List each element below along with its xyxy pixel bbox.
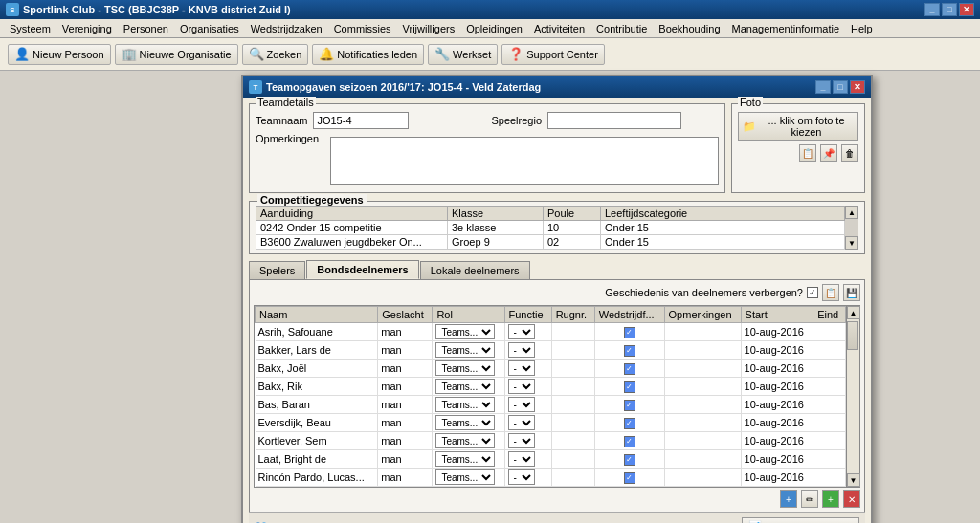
dialog-window: T Teamopgaven seizoen 2016/'17: JO15-4 -… [241,75,873,523]
foto-paste-btn[interactable]: 📌 [820,144,837,162]
minimize-btn[interactable]: _ [924,3,940,16]
functie-select[interactable]: - [508,360,535,376]
menu-help[interactable]: Help [845,21,879,36]
foto-legend: Foto [738,97,763,108]
dialog-minimize-btn[interactable]: _ [815,80,831,94]
notifications-icon: 🔔 [319,47,334,62]
dialog-close-btn[interactable]: ✕ [850,80,865,94]
foto-select-btn[interactable]: 📁 ... klik om foto te kiezen [738,112,858,141]
wedstrijd-checkbox[interactable] [624,472,635,484]
opmerkingen-textarea[interactable] [330,137,719,185]
members-icon2[interactable]: 💾 [843,284,860,301]
menu-personen[interactable]: Personen [118,21,174,36]
menu-vrijwilligers[interactable]: Vrijwilligers [397,21,461,36]
close-btn[interactable]: ✕ [959,3,974,16]
wedstrijd-checkbox[interactable] [624,454,635,466]
teamnaam-label: Teamnaam [256,115,307,126]
members-table: NaamGeslachtRolFunctieRugnr.Wedstrijdf..… [255,306,846,487]
rol-select[interactable]: Teams... [435,324,495,339]
support-button[interactable]: ❓ Support Center [501,44,605,65]
comp-scroll-down[interactable]: ▼ [845,236,858,250]
stats-button[interactable]: 📊 Spelersstatistieken [742,517,859,523]
comp-header-poule: Poule [544,207,601,221]
table-row: Bakx, RikmanTeams...-10-aug-2016 [256,378,846,396]
edit-row-btn[interactable]: ✏ [801,490,818,508]
foto-delete-btn[interactable]: 🗑 [841,144,858,162]
rol-select[interactable]: Teams... [435,451,495,467]
speelregio-input[interactable] [547,112,681,129]
werkset-label: Werkset [453,49,491,60]
tab-lokale-deelnemers[interactable]: Lokale deelnemers [420,261,530,279]
menu-organisaties[interactable]: Organisaties [174,21,245,36]
menu-vereniging[interactable]: Vereniging [56,21,118,36]
rol-select[interactable]: Teams... [435,379,495,394]
wedstrijd-checkbox[interactable] [624,418,635,429]
support-icon: ❓ [508,47,523,62]
dialog-title: Teamopgaven seizoen 2016/'17: JO15-4 - V… [266,81,541,93]
wedstrijd-checkbox[interactable] [624,381,635,393]
functie-select[interactable]: - [508,342,535,358]
wedstrijd-checkbox[interactable] [624,400,635,411]
functie-select[interactable]: - [508,433,535,448]
opmerkingen-row: Opmerkingen [256,133,719,185]
history-checkbox[interactable] [807,287,818,298]
functie-select[interactable]: - [508,324,535,339]
support-label: Support Center [526,49,598,60]
functie-select[interactable]: - [508,397,535,412]
wedstrijd-checkbox[interactable] [624,436,635,447]
rol-select[interactable]: Teams... [435,360,495,376]
rol-select[interactable]: Teams... [435,342,495,358]
teamnaam-input[interactable] [313,112,409,129]
menu-commissies[interactable]: Commissies [328,21,397,36]
scroll-down-btn[interactable]: ▼ [847,473,860,487]
dialog-maximize-btn[interactable]: □ [833,80,848,94]
functie-select[interactable]: - [508,379,535,394]
rol-select[interactable]: Teams... [435,469,495,485]
search-icon: 🔍 [249,47,264,62]
search-label: Zoeken [267,49,302,60]
new-org-button[interactable]: 🏢 Nieuwe Organisatie [115,44,238,65]
functie-select[interactable]: - [508,415,535,430]
menu-activiteiten[interactable]: Activiteiten [528,21,590,36]
add-row-btn[interactable]: + [780,490,797,508]
table-row: Bas, BaranmanTeams...-10-aug-2016 [256,396,846,414]
members-section: Geschiedenis van deelnemers verbergen? 📋… [249,279,865,512]
dialog-content: Teamdetails Teamnaam Speelregio Opmerkin… [243,98,871,523]
foto-copy-btn[interactable]: 📋 [799,144,816,162]
notifications-button[interactable]: 🔔 Notificaties leden [312,44,424,65]
menu-managementinfo[interactable]: Managementinformatie [726,21,846,36]
table-row: Rincón Pardo, Lucas...manTeams...-10-aug… [256,469,846,487]
menu-systeem[interactable]: Systeem [4,21,56,36]
menu-wedstrijdzaken[interactable]: Wedstrijdzaken [245,21,328,36]
members-icon1[interactable]: 📋 [822,284,839,301]
table-row: Kortlever, SemmanTeams...-10-aug-2016 [256,432,846,450]
maximize-btn[interactable]: □ [942,3,957,16]
scroll-up-btn[interactable]: ▲ [847,306,860,319]
wedstrijd-checkbox[interactable] [624,363,635,375]
wedstrijd-checkbox[interactable] [624,327,635,338]
bottom-action-row: 👥 Toevoegen aan training 📊 Spelersstatis… [249,512,865,523]
delete-row-btn[interactable]: ✕ [843,490,860,508]
functie-select[interactable]: - [508,469,535,485]
menu-opleidingen[interactable]: Opleidingen [460,21,528,36]
menu-contributie[interactable]: Contributie [590,21,653,36]
rol-select[interactable]: Teams... [435,415,495,430]
rol-select[interactable]: Teams... [435,397,495,412]
teamnaam-row: Teamnaam Speelregio [256,112,719,129]
werkset-button[interactable]: 🔧 Werkset [428,44,498,65]
team-details-box: Teamdetails Teamnaam Speelregio Opmerkin… [249,103,725,193]
menu-boekhouding[interactable]: Boekhouding [653,21,725,36]
comp-scroll-up[interactable]: ▲ [845,206,858,219]
wedstrijd-checkbox[interactable] [624,345,635,357]
add-green-btn[interactable]: + [822,490,839,508]
new-person-button[interactable]: 👤 Nieuw Persoon [8,44,111,65]
rol-select[interactable]: Teams... [435,433,495,448]
app-title: Sportlink Club - TSC (BBJC38P - KNVB dis… [23,4,291,15]
scroll-thumb[interactable] [847,321,858,350]
tab-spelers[interactable]: Spelers [249,261,305,279]
tab-bondsdeelnemers[interactable]: Bondsdeelnemers [306,260,418,279]
functie-select[interactable]: - [508,451,535,467]
competitie-legend: Competitiegegevens [257,194,367,206]
search-button[interactable]: 🔍 Zoeken [242,44,309,65]
toolbar: 👤 Nieuw Persoon 🏢 Nieuwe Organisatie 🔍 Z… [0,38,980,71]
